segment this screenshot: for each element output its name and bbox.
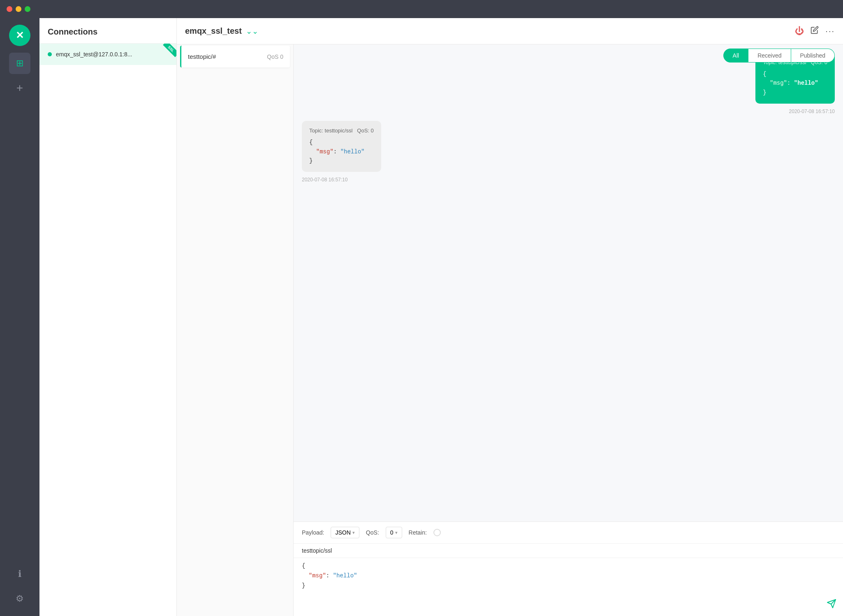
connection-title: emqx_ssl_test	[185, 26, 242, 36]
sidebar-item-info[interactable]: ℹ	[9, 563, 30, 585]
power-button[interactable]: ⏻	[795, 26, 804, 37]
payload-label: Payload:	[302, 529, 324, 536]
logo-icon: ✕	[16, 30, 24, 41]
add-icon: +	[16, 81, 23, 95]
topbar-right: ⏻ ···	[795, 26, 835, 37]
subscription-panel: + New Subscription ☰ testtopic/# QoS 0	[177, 18, 294, 616]
message-area: Topic: testtopic/ssl QoS: 0 { "msg": "he…	[294, 44, 843, 521]
more-button[interactable]: ···	[825, 26, 835, 36]
window-controls	[0, 6, 37, 12]
sidebar-item-connections[interactable]: ⊞	[9, 53, 30, 74]
topic-input[interactable]	[302, 547, 835, 554]
sidebar-item-settings[interactable]: ⚙	[9, 588, 30, 609]
connections-icon: ⊞	[16, 58, 23, 69]
tab-published[interactable]: Published	[791, 49, 835, 63]
qos-chevron: ▾	[395, 530, 398, 535]
received-message-body: { "msg": "hello" }	[309, 138, 374, 165]
topbar-left: emqx_ssl_test ⌄⌄	[185, 26, 258, 36]
subscription-item[interactable]: testtopic/# QoS 0	[180, 46, 290, 67]
connections-header: Connections	[39, 18, 176, 44]
subscription-topic: testtopic/#	[188, 53, 216, 60]
connection-name: emqx_ssl_test@127.0.0.1:8...	[56, 51, 132, 58]
sidebar: ✕ ⊞ + ℹ ⚙	[0, 18, 39, 616]
qos-select[interactable]: 0 ▾	[386, 527, 402, 538]
tab-all[interactable]: All	[723, 49, 749, 63]
settings-icon: ⚙	[16, 593, 24, 604]
subscription-qos: QoS 0	[267, 53, 283, 60]
sent-message-time: 2020-07-08 16:57:10	[789, 109, 835, 114]
compose-panel: Payload: JSON ▾ QoS: 0 ▾ Retain: { "msg"…	[294, 521, 843, 616]
received-message-wrapper: Topic: testtopic/ssl QoS: 0 { "msg": "he…	[302, 121, 835, 183]
minimize-button[interactable]	[16, 6, 21, 12]
payload-format-chevron: ▾	[352, 530, 355, 535]
info-icon: ℹ	[18, 569, 21, 579]
received-message-header: Topic: testtopic/ssl QoS: 0	[309, 127, 374, 134]
compose-toolbar: Payload: JSON ▾ QoS: 0 ▾ Retain:	[294, 522, 843, 544]
topbar: emqx_ssl_test ⌄⌄ ⏻ ···	[177, 18, 843, 44]
received-message-bubble: Topic: testtopic/ssl QoS: 0 { "msg": "he…	[302, 121, 381, 172]
connection-status-dot	[48, 52, 52, 56]
received-message-time: 2020-07-08 16:57:10	[302, 177, 347, 183]
retain-label: Retain:	[409, 529, 427, 536]
topic-input-row	[294, 544, 843, 558]
chevron-down-icon[interactable]: ⌄⌄	[246, 27, 258, 36]
payload-format-select[interactable]: JSON ▾	[331, 527, 359, 538]
edit-button[interactable]	[811, 26, 819, 36]
app-logo: ✕	[9, 25, 30, 46]
retain-toggle[interactable]	[433, 529, 441, 536]
send-button[interactable]	[827, 599, 836, 611]
maximize-button[interactable]	[25, 6, 30, 12]
connections-panel: Connections emqx_ssl_test@127.0.0.1:8...	[39, 18, 177, 616]
filter-tabs: All Received Published	[723, 49, 835, 63]
sidebar-item-add[interactable]: +	[9, 77, 30, 99]
received-qos-label: QoS: 0	[357, 127, 373, 134]
payload-format-value: JSON	[335, 529, 350, 536]
connection-item[interactable]: emqx_ssl_test@127.0.0.1:8...	[39, 44, 176, 65]
payload-area: { "msg": "hello" }	[294, 558, 843, 616]
sent-message-body: { "msg": "hello" }	[763, 69, 827, 97]
ssl-ribbon	[160, 44, 176, 60]
qos-label: QoS:	[366, 529, 379, 536]
titlebar	[0, 0, 843, 18]
received-topic-label: Topic: testtopic/ssl	[309, 127, 353, 134]
close-button[interactable]	[7, 6, 12, 12]
tab-received[interactable]: Received	[748, 49, 791, 63]
qos-value: 0	[390, 529, 394, 536]
payload-display: { "msg": "hello" }	[302, 561, 835, 591]
